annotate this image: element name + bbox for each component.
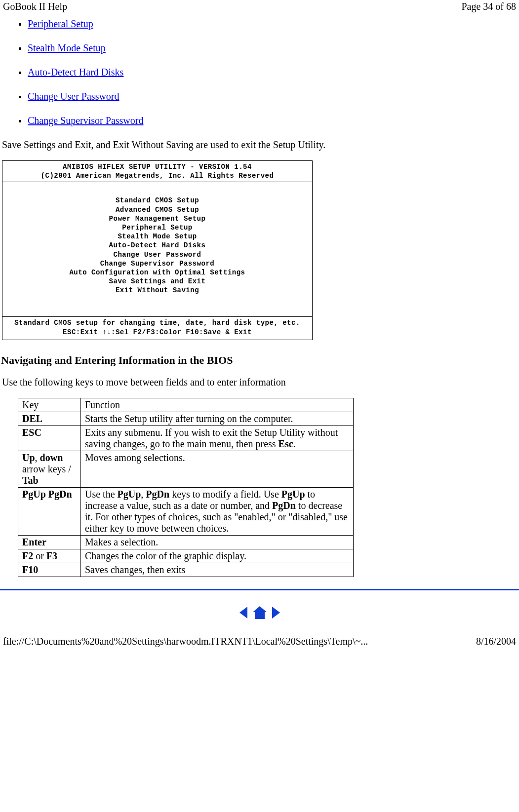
table-cell-key: Enter (18, 535, 81, 549)
link-change-supervisor-password[interactable]: Change Supervisor Password (28, 115, 143, 126)
bios-title-line-2: (C)2001 American Megatrends, Inc. All Ri… (4, 171, 310, 180)
bios-menu-item: Auto-Detect Hard Disks (4, 241, 310, 250)
bios-menu-item: Exit Without Saving (4, 286, 310, 295)
bios-menu-item: Power Management Setup (4, 214, 310, 223)
list-item: Stealth Mode Setup (28, 42, 519, 54)
list-item: Auto-Detect Hard Disks (28, 67, 519, 78)
section-heading: Navigating and Entering Information in t… (1, 354, 519, 367)
bios-menu-item: Standard CMOS Setup (4, 196, 310, 205)
bios-menu-item: Stealth Mode Setup (4, 232, 310, 241)
table-header-function: Function (81, 398, 354, 412)
table-cell-function: Use the PgUp, PgDn keys to modify a fiel… (81, 487, 354, 535)
bios-menu-item: Auto Configuration with Optimal Settings (4, 268, 310, 277)
table-cell-function: Exits any submenu. If you wish to exit t… (81, 425, 354, 451)
table-header-key: Key (18, 398, 81, 412)
table-cell-function: Saves changes, then exits (81, 563, 354, 577)
table-row: PgUp PgDnUse the PgUp, PgDn keys to modi… (18, 487, 354, 535)
table-cell-key: ESC (18, 425, 81, 451)
table-cell-function: Moves among selections. (81, 451, 354, 487)
bios-menu-item: Advanced CMOS Setup (4, 205, 310, 214)
bios-footer-line-1: Standard CMOS setup for changing time, d… (4, 318, 310, 327)
table-header-row: Key Function (18, 398, 354, 412)
table-cell-key: PgUp PgDn (18, 487, 81, 535)
footer-date: 8/16/2004 (476, 636, 516, 647)
section-divider (0, 589, 519, 590)
link-stealth-mode-setup[interactable]: Stealth Mode Setup (28, 42, 106, 53)
svg-marker-2 (272, 607, 280, 619)
table-row: F2 or F3Changes the color of the graphic… (18, 549, 354, 563)
nav-prev-icon[interactable] (238, 606, 252, 617)
table-row: Up, down arrow keys / TabMoves among sel… (18, 451, 354, 487)
table-cell-key: F10 (18, 563, 81, 577)
bios-title-line-1: AMIBIOS HIFLEX SETUP UTILITY - VERSION 1… (4, 162, 310, 171)
table-cell-function: Makes a selection. (81, 535, 354, 549)
setup-links-list: Peripheral Setup Stealth Mode Setup Auto… (0, 18, 519, 126)
link-change-user-password[interactable]: Change User Password (28, 91, 120, 102)
svg-marker-1 (253, 606, 267, 619)
list-item: Change Supervisor Password (28, 115, 519, 126)
link-auto-detect-hard-disks[interactable]: Auto-Detect Hard Disks (28, 67, 123, 77)
bios-screenshot: AMIBIOS HIFLEX SETUP UTILITY - VERSION 1… (2, 160, 313, 340)
bios-menu-item: Save Settings and Exit (4, 277, 310, 286)
table-cell-key: F2 or F3 (18, 549, 81, 563)
list-item: Change User Password (28, 91, 519, 102)
table-row: EnterMakes a selection. (18, 535, 354, 549)
bios-menu-item: Change User Password (4, 250, 310, 259)
table-row: F10Saves changes, then exits (18, 563, 354, 577)
table-cell-key: DEL (18, 412, 81, 425)
bios-menu-item: Change Supervisor Password (4, 259, 310, 268)
nav-next-icon[interactable] (270, 606, 282, 617)
intro-text: Save Settings and Exit, and Exit Without… (0, 139, 519, 151)
header-title-left: GoBook II Help (3, 1, 67, 12)
table-row: DELStarts the Setup utility after turnin… (18, 412, 354, 425)
svg-marker-0 (240, 607, 247, 619)
list-item: Peripheral Setup (28, 18, 519, 30)
bios-footer-line-2: ESC:Exit ↑↓:Sel F2/F3:Color F10:Save & E… (4, 328, 310, 337)
section-intro: Use the following keys to move between f… (0, 377, 519, 388)
table-row: ESCExits any submenu. If you wish to exi… (18, 425, 354, 451)
bios-menu-item: Peripheral Setup (4, 223, 310, 232)
table-cell-key: Up, down arrow keys / Tab (18, 451, 81, 487)
table-cell-function: Changes the color of the graphic display… (81, 549, 354, 563)
footer-path: file://C:\Documents%20and%20Settings\har… (3, 636, 368, 647)
header-title-right: Page 34 of 68 (461, 1, 516, 12)
nav-home-icon[interactable] (252, 606, 270, 617)
nav-icons (0, 605, 519, 635)
key-function-table: Key Function DELStarts the Setup utility… (18, 398, 354, 577)
link-peripheral-setup[interactable]: Peripheral Setup (28, 18, 93, 29)
table-cell-function: Starts the Setup utility after turning o… (81, 412, 354, 425)
